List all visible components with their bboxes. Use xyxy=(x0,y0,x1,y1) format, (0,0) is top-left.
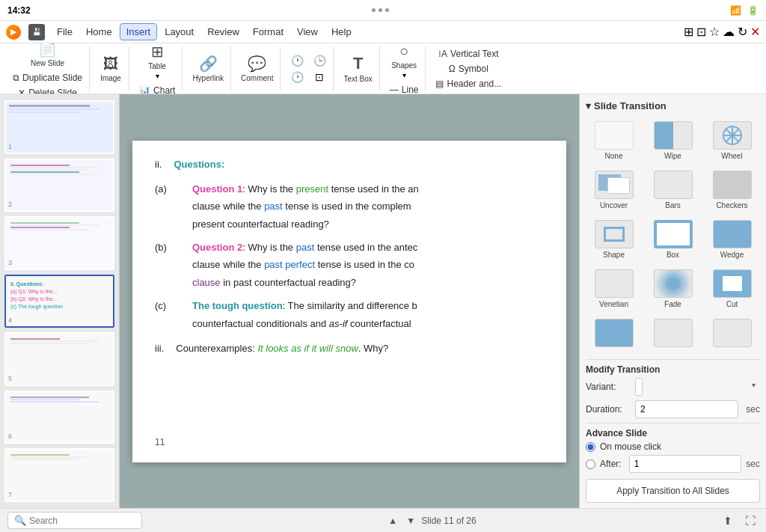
menu-review[interactable]: Review xyxy=(201,24,245,40)
battery-icon: 🔋 xyxy=(747,5,759,16)
transition-venetian[interactable]: Venetian xyxy=(586,266,642,312)
slide-thumb-4[interactable]: ii. Questions: (a) Q1: Why is the... (b)… xyxy=(4,275,114,328)
q2-clause: clause xyxy=(192,277,221,288)
slide-thumb-5[interactable]: 5 xyxy=(4,332,114,386)
row1-icon xyxy=(595,319,634,347)
transition-row2[interactable] xyxy=(645,315,701,353)
comment-icon: 💬 xyxy=(248,55,266,73)
wipe-icon xyxy=(654,121,693,150)
none-label: None xyxy=(605,152,623,160)
search-box[interactable]: 🔍 xyxy=(7,512,142,529)
upload-icon[interactable]: ⬆ xyxy=(720,513,736,529)
menu-home[interactable]: Home xyxy=(80,24,118,40)
dot2 xyxy=(379,8,382,12)
menu-help[interactable]: Help xyxy=(325,24,358,40)
collapse-icon[interactable]: ▾ xyxy=(586,100,591,111)
save-button[interactable]: 💾 xyxy=(28,24,45,40)
transition-none[interactable]: None xyxy=(586,117,642,164)
transition-bars[interactable]: Bars xyxy=(645,167,701,213)
time-btn-1[interactable]: 🕐 xyxy=(287,53,307,68)
menu-format[interactable]: Format xyxy=(247,24,289,40)
hyperlink-button[interactable]: 🔗 Hyperlink xyxy=(189,52,227,85)
vertical-text-button[interactable]: ⁞A Vertical Text xyxy=(435,47,503,61)
after-unit: sec xyxy=(746,459,760,469)
delete-slide-button[interactable]: ✕ Delete Slide xyxy=(14,86,81,94)
transition-shape[interactable]: Shape xyxy=(586,216,642,263)
image-icon: 🖼 xyxy=(103,55,118,73)
qb-content: Question 2: Why is the past tense used i… xyxy=(192,239,544,291)
menu-file[interactable]: File xyxy=(51,24,79,40)
variant-select[interactable] xyxy=(635,378,643,396)
symbol-button[interactable]: Ω Symbol xyxy=(445,62,492,76)
toolbar-group-hyperlink: 🔗 Hyperlink xyxy=(186,46,231,91)
table-button[interactable]: ⊞ Table ▾ xyxy=(142,43,172,82)
slide-thumb-inner-3 xyxy=(6,218,113,269)
bars-icon xyxy=(654,171,693,199)
mouse-click-radio[interactable] xyxy=(586,442,595,452)
shapes-button[interactable]: ○ Shapes ▾ xyxy=(387,43,420,82)
apply-transition-button[interactable]: Apply Transition to All Slides xyxy=(586,479,760,503)
transition-wheel[interactable]: Wheel xyxy=(704,117,760,164)
variant-label: Variant: xyxy=(586,382,631,392)
fullscreen-icon[interactable]: ⛶ xyxy=(742,513,759,529)
window-icon-1[interactable]: ⊞ xyxy=(684,25,693,39)
transition-fade[interactable]: Fade xyxy=(645,266,701,312)
time-btn-3[interactable]: 🕒 xyxy=(309,53,330,68)
uncover-label: Uncover xyxy=(600,201,628,210)
transition-cut[interactable]: Cut xyxy=(704,266,760,312)
slide-canvas[interactable]: ii. Questions: (a) Question 1: Why is th… xyxy=(132,141,566,462)
slide-thumb-1[interactable]: 1 xyxy=(4,100,114,154)
textbox-button[interactable]: T Text Box xyxy=(340,52,376,85)
slide-thumb-6[interactable]: 6 xyxy=(4,391,114,444)
toolbar-group-textbox: T Text Box xyxy=(337,46,379,91)
after-input[interactable] xyxy=(629,455,742,473)
q2-label: Question 2 xyxy=(192,242,242,253)
prev-button[interactable]: ▲ xyxy=(385,513,400,528)
italic-example: It looks as if it will snow xyxy=(257,343,358,354)
comment-button[interactable]: 💬 Comment xyxy=(237,52,277,85)
duplicate-icon: ⧉ xyxy=(13,73,19,83)
qb-block: (b) Question 2: Why is the past tense us… xyxy=(155,239,544,291)
after-radio[interactable] xyxy=(586,459,595,469)
transition-uncover[interactable]: Uncover xyxy=(586,167,642,213)
menu-insert[interactable]: Insert xyxy=(120,23,158,40)
transition-row1[interactable] xyxy=(586,315,642,353)
dot3 xyxy=(385,8,389,12)
slide-thumb-inner-1 xyxy=(6,102,113,153)
time-btn-4[interactable]: ⊡ xyxy=(309,70,330,85)
transition-wedge[interactable]: Wedge xyxy=(704,216,760,263)
search-input[interactable] xyxy=(29,516,126,526)
toolbar-group-slides: 📄 New Slide ⧉ Duplicate Slide ✕ Delete S… xyxy=(6,46,90,91)
fade-label: Fade xyxy=(664,300,681,308)
transition-panel: ▾ Slide Transition None Wipe xyxy=(579,94,766,508)
time-btn-2[interactable]: 🕑 xyxy=(287,70,307,85)
asif-text: as-if xyxy=(329,318,348,329)
window-icon-2[interactable]: ⊡ xyxy=(696,25,706,39)
star-icon[interactable]: ☆ xyxy=(709,25,720,39)
chart-button[interactable]: 📊 Chart xyxy=(135,84,179,95)
transition-checkers[interactable]: Checkers xyxy=(704,167,760,213)
toolbar-group-image: 🖼 Image xyxy=(93,46,129,91)
transition-box[interactable]: Box xyxy=(645,216,701,263)
image-button[interactable]: 🖼 Image xyxy=(96,53,126,85)
header-button[interactable]: ▤ Header and... xyxy=(432,77,505,91)
duplicate-slide-button[interactable]: ⧉ Duplicate Slide xyxy=(9,71,86,85)
wifi-icon: 📶 xyxy=(730,5,741,16)
variant-select-wrapper xyxy=(635,378,760,396)
close-icon[interactable]: ✕ xyxy=(750,25,760,39)
refresh-icon[interactable]: ↻ xyxy=(738,25,747,39)
next-button[interactable]: ▼ xyxy=(403,513,418,528)
slide-thumb-3[interactable]: 3 xyxy=(4,216,114,270)
transition-panel-header: ▾ Slide Transition xyxy=(586,100,760,111)
transition-row3[interactable] xyxy=(704,315,760,353)
line-button[interactable]: — Line xyxy=(386,83,423,94)
new-slide-button[interactable]: 📄 New Slide xyxy=(27,43,68,70)
cloud-icon[interactable]: ☁ xyxy=(723,25,735,39)
transition-wipe[interactable]: Wipe xyxy=(645,117,701,164)
menu-view[interactable]: View xyxy=(291,24,324,40)
duration-input[interactable] xyxy=(635,400,738,418)
menu-layout[interactable]: Layout xyxy=(159,24,200,40)
clock-icon-4: ⊡ xyxy=(315,71,324,83)
slide-thumb-7[interactable]: 7 xyxy=(4,448,114,502)
slide-thumb-2[interactable]: 2 xyxy=(4,159,114,213)
